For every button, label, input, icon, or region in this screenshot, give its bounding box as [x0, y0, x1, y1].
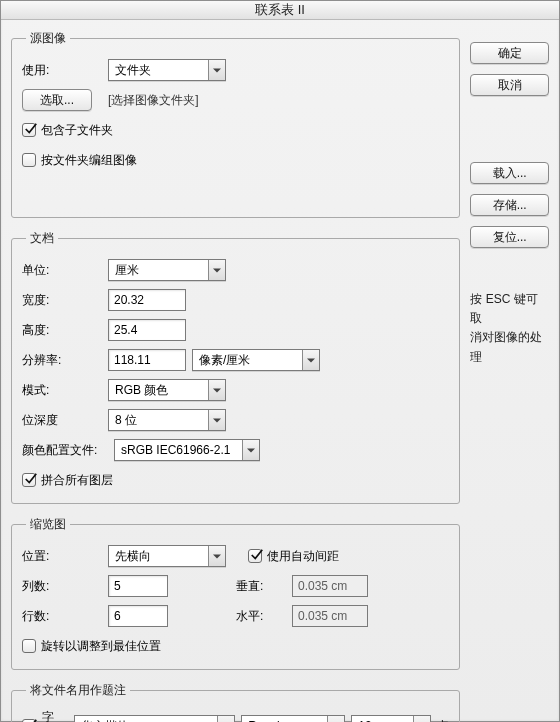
font-size-suffix: 点 [437, 718, 449, 723]
font-size-select[interactable]: 12 [351, 715, 431, 722]
mode-label: 模式: [22, 382, 102, 399]
height-input[interactable]: 25.4 [108, 319, 186, 341]
cancel-button[interactable]: 取消 [470, 74, 549, 96]
vert-value: 0.035 cm [292, 575, 368, 597]
save-button[interactable]: 存储... [470, 194, 549, 216]
group-thumbnails-legend: 缩览图 [26, 516, 70, 533]
load-button[interactable]: 载入... [470, 162, 549, 184]
include-subfolders-label: 包含子文件夹 [41, 122, 113, 139]
group-caption-legend: 将文件名用作题注 [26, 682, 130, 699]
right-column: 确定 取消 载入... 存储... 复位... 按 ESC 键可取 消对图像的处… [470, 30, 549, 722]
height-label: 高度: [22, 322, 102, 339]
use-select-value: 文件夹 [115, 62, 151, 79]
profile-label: 颜色配置文件: [22, 442, 108, 459]
font-label: 字体: [42, 709, 68, 722]
group-by-folder-checkbox[interactable]: 按文件夹编组图像 [22, 152, 137, 169]
dropdown-icon [208, 380, 225, 400]
dropdown-icon [208, 410, 225, 430]
auto-spacing-checkbox[interactable]: 使用自动间距 [248, 548, 339, 565]
vert-label: 垂直: [236, 578, 286, 595]
use-select[interactable]: 文件夹 [108, 59, 226, 81]
rows-input[interactable]: 6 [108, 605, 168, 627]
resolution-label: 分辨率: [22, 352, 102, 369]
checkbox-box [22, 639, 36, 653]
width-label: 宽度: [22, 292, 102, 309]
dropdown-icon [208, 260, 225, 280]
bitdepth-select[interactable]: 8 位 [108, 409, 226, 431]
horiz-label: 水平: [236, 608, 286, 625]
dialog-window: 联系表 II 源图像 使用: 文件夹 选取... [0, 0, 560, 722]
resolution-input[interactable]: 118.11 [108, 349, 186, 371]
mode-select[interactable]: RGB 颜色 [108, 379, 226, 401]
checkbox-box [22, 123, 36, 137]
checkbox-box [22, 153, 36, 167]
bitdepth-label: 位深度 [22, 412, 102, 429]
window-title: 联系表 II [255, 1, 305, 19]
group-caption: 将文件名用作题注 字体: 华文楷体 Regular [11, 682, 460, 722]
left-column: 源图像 使用: 文件夹 选取... [选择图像文件夹] [11, 30, 460, 722]
dropdown-icon [242, 440, 259, 460]
resolution-units-select[interactable]: 像素/厘米 [192, 349, 320, 371]
flatten-checkbox[interactable]: 拼合所有图层 [22, 472, 113, 489]
esc-hint: 按 ESC 键可取 消对图像的处理 [470, 290, 549, 367]
place-label: 位置: [22, 548, 102, 565]
units-select[interactable]: 厘米 [108, 259, 226, 281]
choose-hint: [选择图像文件夹] [108, 92, 199, 109]
group-source-legend: 源图像 [26, 30, 70, 47]
units-label: 单位: [22, 262, 102, 279]
reset-button[interactable]: 复位... [470, 226, 549, 248]
checkbox-box [22, 473, 36, 487]
font-select[interactable]: 华文楷体 [74, 715, 235, 722]
group-by-folder-label: 按文件夹编组图像 [41, 152, 137, 169]
group-source: 源图像 使用: 文件夹 选取... [选择图像文件夹] [11, 30, 460, 218]
include-subfolders-checkbox[interactable]: 包含子文件夹 [22, 122, 113, 139]
width-input[interactable]: 20.32 [108, 289, 186, 311]
group-document-legend: 文档 [26, 230, 58, 247]
dropdown-icon [217, 716, 234, 722]
font-style-select[interactable]: Regular [241, 715, 345, 722]
checkbox-box [248, 549, 262, 563]
place-select[interactable]: 先横向 [108, 545, 226, 567]
rows-label: 行数: [22, 608, 102, 625]
cols-input[interactable]: 5 [108, 575, 168, 597]
ok-button[interactable]: 确定 [470, 42, 549, 64]
dropdown-icon [327, 716, 344, 722]
rotate-checkbox[interactable]: 旋转以调整到最佳位置 [22, 638, 161, 655]
dropdown-icon [208, 546, 225, 566]
profile-select[interactable]: sRGB IEC61966-2.1 [114, 439, 260, 461]
choose-button[interactable]: 选取... [22, 89, 92, 111]
group-document: 文档 单位: 厘米 宽度: 20.32 高度: [11, 230, 460, 504]
group-thumbnails: 缩览图 位置: 先横向 使用自动间距 [11, 516, 460, 670]
cols-label: 列数: [22, 578, 102, 595]
use-label: 使用: [22, 62, 102, 79]
dropdown-icon [208, 60, 225, 80]
dropdown-icon [302, 350, 319, 370]
dialog-body: 源图像 使用: 文件夹 选取... [选择图像文件夹] [1, 20, 559, 722]
horiz-value: 0.035 cm [292, 605, 368, 627]
titlebar: 联系表 II [1, 1, 559, 20]
dropdown-icon [413, 716, 430, 722]
